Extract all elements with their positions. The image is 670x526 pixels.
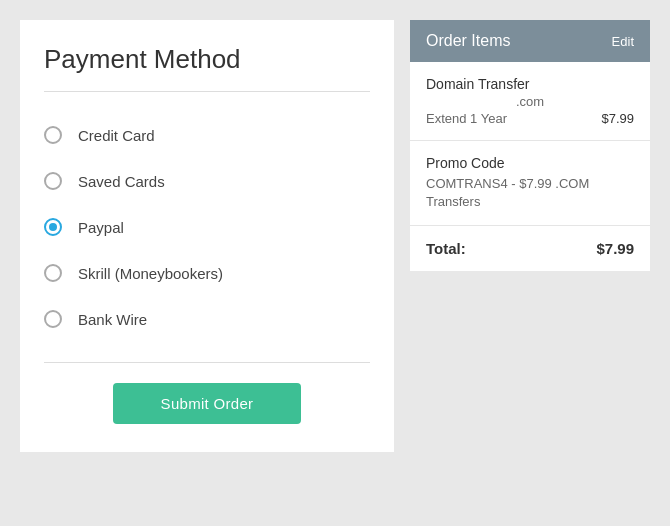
submit-button-wrapper: Submit Order [44, 383, 370, 424]
promo-section: Promo Code COMTRANS4 - $7.99 .COM Transf… [410, 141, 650, 226]
payment-title: Payment Method [44, 44, 370, 75]
payment-panel: Payment Method Credit CardSaved CardsPay… [20, 20, 394, 452]
top-divider [44, 91, 370, 92]
radio-label-bank-wire: Bank Wire [78, 311, 147, 328]
radio-input-skrill[interactable] [44, 264, 62, 282]
radio-input-credit-card[interactable] [44, 126, 62, 144]
radio-option-credit-card[interactable]: Credit Card [44, 112, 370, 158]
total-label: Total: [426, 240, 466, 257]
order-edit-link[interactable]: Edit [612, 34, 634, 49]
total-section: Total: $7.99 [410, 226, 650, 271]
domain-item-title: Domain Transfer [426, 76, 634, 92]
main-layout: Payment Method Credit CardSaved CardsPay… [20, 20, 650, 452]
radio-input-saved-cards[interactable] [44, 172, 62, 190]
bottom-divider [44, 362, 370, 363]
domain-item-price: $7.99 [601, 111, 634, 126]
radio-option-paypal[interactable]: Paypal [44, 204, 370, 250]
domain-item-section: Domain Transfer .com Extend 1 Year $7.99 [410, 62, 650, 141]
domain-item-row: Extend 1 Year $7.99 [426, 111, 634, 126]
domain-item-description: Extend 1 Year [426, 111, 507, 126]
radio-label-credit-card: Credit Card [78, 127, 155, 144]
radio-label-skrill: Skrill (Moneybookers) [78, 265, 223, 282]
radio-input-bank-wire[interactable] [44, 310, 62, 328]
radio-label-saved-cards: Saved Cards [78, 173, 165, 190]
order-items-title: Order Items [426, 32, 510, 50]
order-header: Order Items Edit [410, 20, 650, 62]
order-panel: Order Items Edit Domain Transfer .com Ex… [410, 20, 650, 271]
radio-option-skrill[interactable]: Skrill (Moneybookers) [44, 250, 370, 296]
total-amount: $7.99 [596, 240, 634, 257]
radio-option-bank-wire[interactable]: Bank Wire [44, 296, 370, 342]
radio-label-paypal: Paypal [78, 219, 124, 236]
submit-order-button[interactable]: Submit Order [113, 383, 302, 424]
radio-input-paypal[interactable] [44, 218, 62, 236]
promo-description: COMTRANS4 - $7.99 .COM Transfers [426, 175, 634, 211]
promo-title: Promo Code [426, 155, 634, 171]
domain-item-subtitle: .com [426, 94, 634, 109]
radio-option-saved-cards[interactable]: Saved Cards [44, 158, 370, 204]
payment-options: Credit CardSaved CardsPaypalSkrill (Mone… [44, 112, 370, 342]
